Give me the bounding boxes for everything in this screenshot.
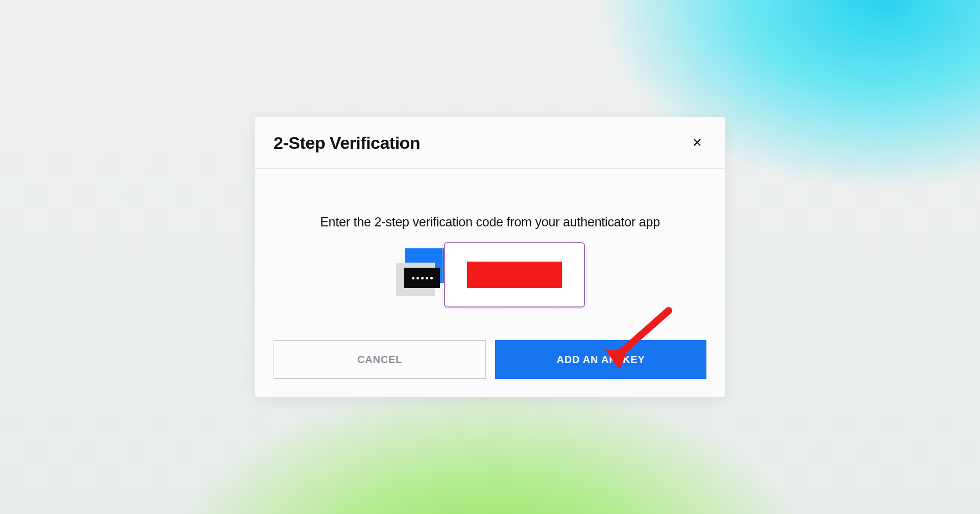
dialog-footer: CANCEL ADD AN API KEY [255, 322, 725, 397]
two-step-verification-dialog: 2-Step Verification ✕ Enter the 2-step v… [255, 117, 725, 397]
instruction-text: Enter the 2-step verification code from … [296, 213, 684, 231]
dialog-header: 2-Step Verification ✕ [255, 117, 725, 169]
stage-background: 2-Step Verification ✕ Enter the 2-step v… [0, 0, 980, 514]
cancel-button[interactable]: CANCEL [274, 340, 486, 379]
dialog-body: Enter the 2-step verification code from … [255, 169, 725, 322]
verification-code-input[interactable] [444, 242, 585, 307]
close-icon: ✕ [692, 137, 702, 149]
redacted-code-value [467, 262, 562, 288]
dialog-title: 2-Step Verification [274, 133, 420, 153]
add-api-key-button[interactable]: ADD AN API KEY [495, 340, 706, 379]
code-input-row [393, 242, 587, 307]
password-dots-icon [404, 268, 440, 288]
close-button[interactable]: ✕ [688, 134, 706, 152]
